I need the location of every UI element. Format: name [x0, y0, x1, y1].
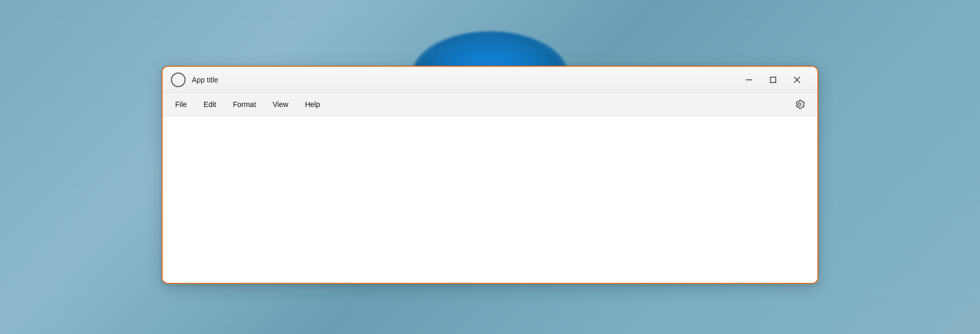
settings-button[interactable] [790, 95, 809, 114]
menu-item-file[interactable]: File [167, 98, 195, 111]
menu-item-help[interactable]: Help [297, 98, 328, 111]
menu-item-edit[interactable]: Edit [195, 98, 225, 111]
title-bar: App title [163, 67, 817, 93]
minimize-button[interactable] [737, 71, 761, 88]
close-icon [794, 77, 800, 83]
gear-icon [794, 99, 805, 110]
maximize-button[interactable] [761, 71, 785, 88]
menu-item-format[interactable]: Format [225, 98, 264, 111]
minimize-icon [746, 77, 752, 83]
content-area [163, 116, 817, 283]
app-title: App title [192, 76, 737, 84]
menu-bar: File Edit Format View Help [163, 93, 817, 116]
maximize-icon [770, 77, 776, 83]
menu-item-view[interactable]: View [264, 98, 297, 111]
close-button[interactable] [785, 71, 809, 88]
svg-rect-1 [770, 77, 776, 82]
app-icon [171, 73, 186, 87]
window-wrapper: App title [162, 66, 818, 284]
window-controls [737, 71, 809, 88]
app-window: App title [162, 66, 818, 284]
